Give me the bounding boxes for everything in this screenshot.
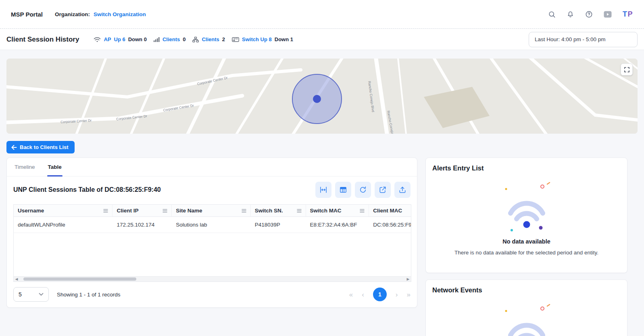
prev-page-icon[interactable]: ‹: [362, 291, 364, 298]
export-upload-icon: [398, 186, 406, 194]
network-events-card: Network Events: [425, 279, 627, 336]
ap-label: AP: [104, 36, 111, 42]
table-row[interactable]: defaultWLANProfile 172.25.102.174 Soluti…: [14, 217, 411, 233]
network-status-summary: AP Up 6 Down 0 Clients 0 Clients 2 Switc…: [90, 36, 293, 42]
column-label: Username: [18, 208, 44, 214]
ap-down-count: Down 0: [128, 36, 147, 42]
sessions-panel: Timeline Table UNP Client Sessions Table…: [6, 158, 417, 308]
sessions-table: Username Client IP Site Name Switch SN. …: [13, 204, 411, 282]
page-title: Client Session History: [6, 36, 79, 44]
column-menu-icon[interactable]: [163, 209, 167, 213]
avatar-initial-2: P: [627, 10, 633, 18]
column-header-username[interactable]: Username: [14, 205, 113, 216]
location-map[interactable]: Corporate Center Dr Corporate Center Dr …: [6, 59, 638, 134]
no-data-wifi-illustration: [426, 303, 627, 336]
search-icon[interactable]: [548, 10, 556, 18]
column-header-client-mac[interactable]: Client MAC: [369, 205, 411, 216]
ap-wifi-icon: [94, 37, 101, 42]
scrollbar-thumb[interactable]: [23, 277, 136, 281]
time-range-picker[interactable]: Last Hour: 4:00 pm - 5:00 pm: [529, 32, 638, 47]
header-actions: TP: [548, 10, 633, 19]
wired-clients-icon: [192, 37, 199, 42]
cell-switch-mac: E8:E7:32:A4:6A:BF: [306, 217, 369, 233]
cell-username: defaultWLANProfile: [14, 217, 113, 233]
switch-down-count: Down 1: [275, 36, 293, 42]
next-page-icon[interactable]: ›: [396, 291, 398, 298]
wired-clients-count: 2: [222, 36, 225, 42]
map-fullscreen-button[interactable]: [621, 63, 633, 76]
cell-client-ip: 172.25.102.174: [113, 217, 172, 233]
back-button-label: Back to Clients List: [20, 144, 69, 150]
wireless-clients-label: Clients: [163, 36, 180, 42]
column-menu-icon[interactable]: [360, 209, 365, 213]
column-header-client-ip[interactable]: Client IP: [113, 205, 172, 216]
column-header-switch-mac[interactable]: Switch MAC: [306, 205, 369, 216]
view-tabs: Timeline Table: [7, 158, 417, 176]
column-label: Switch SN.: [255, 208, 283, 214]
chevron-down-icon: [39, 293, 44, 296]
fit-columns-button[interactable]: [315, 182, 331, 198]
avatar[interactable]: TP: [623, 10, 633, 19]
columns-icon: [339, 186, 347, 194]
first-page-icon[interactable]: «: [349, 291, 353, 298]
open-in-new-icon: [379, 186, 387, 194]
no-data-message: There is no data available for the selec…: [426, 250, 627, 256]
refresh-icon: [359, 186, 367, 194]
location-marker-dot: [313, 95, 321, 103]
refresh-button[interactable]: [355, 182, 371, 198]
alerts-card-title: Alerts Entry List: [426, 158, 627, 172]
no-data-wifi-illustration: [426, 181, 627, 233]
brand: MSP Portal: [11, 11, 43, 18]
cell-site-name: Solutions lab: [172, 217, 251, 233]
column-label: Client IP: [117, 208, 138, 214]
last-page-icon[interactable]: »: [407, 291, 411, 298]
ap-up-count: Up 6: [114, 36, 125, 42]
fullscreen-icon: [624, 67, 630, 73]
manage-columns-button[interactable]: [335, 182, 351, 198]
current-page-button[interactable]: 1: [373, 288, 387, 301]
top-header: MSP Portal Organization: Switch Organiza…: [0, 0, 644, 29]
scroll-left-icon[interactable]: ◀: [14, 277, 19, 281]
organization-switcher: Organization: Switch Organization: [55, 11, 146, 17]
time-range-value: Last Hour: 4:00 pm - 5:00 pm: [535, 36, 606, 42]
alerts-entry-list-card: Alerts Entry List No data available Ther…: [425, 158, 627, 273]
cell-switch-sn: P418039P: [251, 217, 306, 233]
cell-client-mac: DC:08:56:25:F9:: [369, 217, 411, 233]
video-tutorials-icon[interactable]: [604, 11, 612, 18]
column-menu-icon[interactable]: [242, 209, 246, 213]
table-header-row: Username Client IP Site Name Switch SN. …: [14, 205, 411, 217]
column-menu-icon[interactable]: [103, 209, 108, 213]
map-canvas: [6, 59, 638, 134]
table-empty-space: [14, 233, 411, 276]
avatar-initial-1: T: [623, 10, 628, 18]
sessions-card-title: UNP Client Sessions Table of DC:08:56:25…: [13, 186, 161, 193]
help-icon[interactable]: [585, 10, 593, 18]
scroll-right-icon[interactable]: ▶: [405, 277, 411, 281]
page-size-select[interactable]: 5: [13, 287, 49, 302]
column-menu-icon[interactable]: [297, 209, 302, 213]
wired-clients-label: Clients: [202, 36, 219, 42]
column-label: Switch MAC: [310, 208, 342, 214]
column-label: Site Name: [176, 208, 202, 214]
column-header-site-name[interactable]: Site Name: [172, 205, 251, 216]
notifications-bell-icon[interactable]: [567, 10, 574, 18]
switch-icon: [232, 37, 239, 42]
signal-bars-icon: [154, 37, 160, 42]
no-data-title: No data available: [426, 238, 627, 245]
page-size-value: 5: [19, 291, 22, 298]
back-to-clients-button[interactable]: Back to Clients List: [6, 141, 75, 153]
tab-table[interactable]: Table: [48, 158, 62, 176]
tab-timeline[interactable]: Timeline: [15, 158, 35, 176]
switch-organization-link[interactable]: Switch Organization: [94, 11, 146, 17]
switch-up-count: Switch Up 8: [242, 36, 272, 42]
wireless-clients-count: 0: [183, 36, 185, 42]
column-label: Client MAC: [373, 208, 402, 214]
horizontal-scrollbar[interactable]: ◀ ▶: [14, 276, 411, 281]
column-header-switch-sn[interactable]: Switch SN.: [251, 205, 306, 216]
export-button[interactable]: [394, 182, 411, 198]
open-in-new-button[interactable]: [375, 182, 391, 198]
organization-label: Organization:: [55, 11, 90, 17]
events-card-title: Network Events: [426, 280, 627, 294]
sessions-card-header: UNP Client Sessions Table of DC:08:56:25…: [7, 176, 417, 200]
fit-columns-icon: [319, 186, 327, 194]
